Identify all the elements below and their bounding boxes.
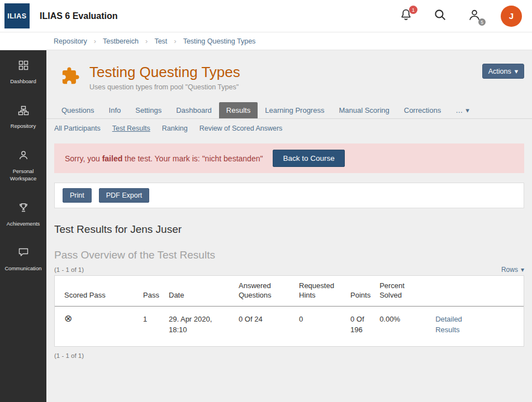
chevron-right-icon: ›	[145, 37, 148, 45]
page-title: Testing Questing Types	[89, 64, 240, 81]
actions-button-label: Actions	[488, 68, 511, 75]
sidebar-item-communication[interactable]: Communication	[0, 237, 46, 283]
tab-info[interactable]: Info	[102, 102, 129, 118]
top-bar: ILIAS ILIAS 6 Evaluation 1 5 J	[0, 0, 532, 32]
tab-results[interactable]: Results	[219, 102, 258, 118]
notifications-button[interactable]: 1	[398, 8, 414, 23]
breadcrumb-testbereich[interactable]: Testbereich	[103, 37, 139, 45]
failed-cross-circle-icon: ⊗	[64, 313, 72, 324]
cell-pass: 1	[139, 306, 164, 346]
cell-points: 0 Of 196	[346, 306, 375, 346]
chevron-right-icon: ›	[94, 37, 96, 45]
print-button[interactable]: Print	[63, 188, 92, 203]
subtab-all-participants[interactable]: All Participants	[54, 125, 101, 132]
alert-text-suffix: the test. Your mark is: "nicht bestanden…	[122, 154, 263, 163]
sidebar-item-label: Achievements	[7, 221, 40, 228]
breadcrumb: Repository › Testbereich › Test › Testin…	[0, 32, 532, 50]
sidebar-item-label: Communication	[5, 265, 42, 272]
tab-settings[interactable]: Settings	[128, 102, 169, 118]
tab-bar: Questions Info Settings Dashboard Result…	[46, 93, 532, 119]
cell-percent-solved: 0.00%	[375, 306, 431, 346]
cell-requested-hints: 0	[294, 306, 346, 346]
user-avatar[interactable]: J	[501, 6, 522, 27]
chevron-right-icon: ›	[174, 37, 176, 45]
back-to-course-button[interactable]: Back to Course	[273, 150, 344, 167]
caret-down-icon: ▾	[466, 106, 469, 114]
ilias-app: ILIAS ILIAS 6 Evaluation 1 5 J	[0, 0, 532, 402]
top-icons: 1 5 J	[398, 6, 532, 27]
pass-overview-heading: Pass Overview of the Test Results	[54, 249, 524, 261]
rows-dropdown[interactable]: Rows ▾	[501, 266, 524, 274]
tab-more-label: …	[455, 106, 463, 114]
breadcrumb-test[interactable]: Test	[154, 37, 167, 45]
tab-questions[interactable]: Questions	[54, 102, 102, 118]
subtab-bar: All Participants Test Results Ranking Re…	[46, 119, 532, 140]
header-percent-solved: Percent Solved	[375, 276, 431, 306]
tab-corrections[interactable]: Corrections	[397, 102, 448, 118]
header-pass: Pass	[139, 276, 164, 306]
cell-date: 29. Apr 2020, 18:10	[164, 306, 234, 346]
caret-down-icon: ▾	[521, 266, 524, 274]
sidebar-item-label: Personal Workspace	[2, 168, 45, 183]
subtab-review-scored-answers[interactable]: Review of Scored Answers	[200, 125, 283, 132]
trophy-icon	[18, 202, 29, 216]
notifications-badge: 1	[409, 6, 417, 14]
pagination-top: (1 - 1 of 1)	[54, 266, 84, 273]
export-toolbar: Print PDF Export	[54, 183, 524, 208]
sidebar-item-label: Repository	[11, 123, 36, 130]
caret-down-icon: ▾	[515, 67, 518, 75]
dashboard-icon	[18, 60, 29, 73]
sidebar-item-label: Dashboard	[10, 78, 36, 85]
sidebar-item-personal-workspace[interactable]: Personal Workspace	[0, 140, 46, 192]
search-icon	[433, 8, 447, 24]
sidebar-item-repository[interactable]: Repository	[0, 95, 46, 141]
test-puzzle-icon	[61, 66, 80, 85]
main-sidebar: Dashboard Repository Personal Workspace …	[0, 50, 46, 402]
failed-test-alert: Sorry, you failed the test. Your mark is…	[54, 143, 524, 173]
alert-message: Sorry, you failed the test. Your mark is…	[65, 154, 263, 163]
sidebar-item-dashboard[interactable]: Dashboard	[0, 50, 46, 95]
header-date: Date	[164, 276, 234, 306]
tab-more[interactable]: … ▾	[448, 102, 477, 118]
main-content: Testing Questing Types Uses question typ…	[46, 50, 532, 402]
pass-overview-table: Scored Pass Pass Date Answered Questions…	[55, 276, 524, 346]
sidebar-item-achievements[interactable]: Achievements	[0, 193, 46, 238]
actions-button[interactable]: Actions ▾	[482, 64, 524, 79]
speech-bubble-icon	[18, 247, 29, 260]
pagination-bottom: (1 - 1 of 1)	[54, 352, 524, 359]
header-actions	[431, 276, 524, 306]
subtab-test-results[interactable]: Test Results	[112, 125, 150, 132]
breadcrumb-current[interactable]: Testing Questing Types	[183, 37, 256, 45]
who-is-online-button[interactable]: 5	[467, 8, 482, 23]
rows-label: Rows	[501, 266, 518, 274]
header-points: Points	[346, 276, 375, 306]
person-icon	[18, 150, 29, 163]
tab-learning-progress[interactable]: Learning Progress	[258, 102, 331, 118]
alert-text-prefix: Sorry, you	[65, 154, 102, 163]
alert-text-bold: failed	[102, 154, 123, 163]
table-controls: (1 - 1 of 1) Rows ▾	[54, 266, 524, 274]
header-scored-pass: Scored Pass	[55, 276, 139, 306]
pdf-export-button[interactable]: PDF Export	[99, 188, 150, 203]
table-header-row: Scored Pass Pass Date Answered Questions…	[55, 276, 524, 306]
detailed-results-link[interactable]: Detailed Results	[435, 314, 470, 336]
subtab-ranking[interactable]: Ranking	[162, 125, 188, 132]
search-button[interactable]	[433, 8, 448, 23]
header-answered-questions: Answered Questions	[234, 276, 294, 306]
ilias-logo: ILIAS	[4, 3, 30, 28]
repository-icon	[18, 105, 29, 118]
pass-overview-table-panel: Scored Pass Pass Date Answered Questions…	[54, 275, 524, 347]
page-head: Testing Questing Types Uses question typ…	[46, 50, 532, 93]
table-row: ⊗ 1 29. Apr 2020, 18:10 0 Of 24 0 0 Of 1…	[55, 306, 524, 346]
cell-answered-questions: 0 Of 24	[234, 306, 294, 346]
results-heading: Test Results for Jens Juser	[54, 223, 524, 236]
page-subtitle: Uses question types from pool "Question …	[89, 83, 240, 91]
app-title: ILIAS 6 Evaluation	[40, 11, 118, 21]
tab-dashboard[interactable]: Dashboard	[169, 102, 219, 118]
header-requested-hints: Requested Hints	[294, 276, 346, 306]
breadcrumb-repository[interactable]: Repository	[54, 37, 87, 45]
tab-manual-scoring[interactable]: Manual Scoring	[331, 102, 396, 118]
online-count-badge: 5	[478, 18, 486, 26]
